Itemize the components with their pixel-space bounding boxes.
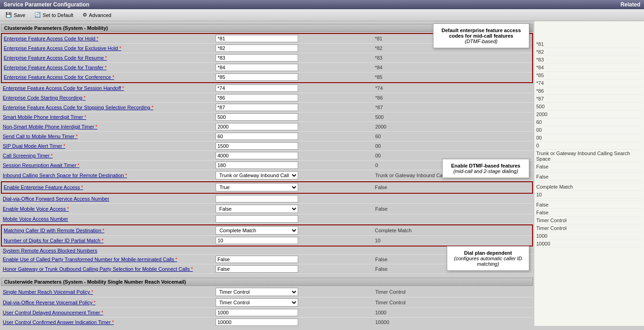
param-default: *84 — [373, 63, 532, 73]
param-label-text[interactable]: Number of Digits for Caller ID Partial M… — [4, 238, 100, 243]
default-value: *81 — [536, 40, 642, 48]
param-select[interactable]: Timer Control — [216, 298, 298, 307]
param-default: 1000 — [373, 308, 533, 318]
param-input[interactable] — [216, 123, 298, 130]
param-input[interactable] — [216, 237, 298, 244]
param-input[interactable] — [216, 319, 298, 326]
param-input[interactable] — [216, 162, 298, 169]
table-row: Smart Mobile Phone Interdigit Timer *500 — [1, 112, 533, 122]
param-input[interactable] — [216, 35, 298, 42]
param-input[interactable] — [216, 152, 298, 159]
param-default: 10 — [373, 236, 532, 246]
param-input[interactable] — [216, 54, 298, 62]
param-label-text[interactable]: Send Call to Mobile Menu Timer — [3, 134, 75, 139]
param-default: *86 — [373, 93, 533, 103]
param-input[interactable] — [216, 94, 298, 101]
required-star: * — [111, 75, 114, 80]
required-star: * — [83, 95, 86, 101]
param-label-text[interactable]: Enterprise Code Starting Recording — [3, 95, 83, 101]
default-value: 0 — [536, 142, 642, 150]
default-value: Trunk or Gateway Inbound Calling Search … — [536, 150, 642, 163]
required-star: * — [100, 310, 103, 315]
required-star: * — [124, 173, 127, 178]
param-label-text[interactable]: Call Screening Timer — [3, 153, 50, 158]
highlighted-group-3: Matching Caller ID with Remote Destinati… — [1, 224, 533, 246]
param-label-text[interactable]: User Control Confirmed Answer Indication… — [3, 319, 111, 325]
default-value: 00 — [536, 134, 642, 142]
param-input[interactable] — [216, 142, 298, 150]
callout-dial-plan: Dial plan dependent (configures automati… — [447, 246, 529, 271]
param-input[interactable] — [216, 256, 298, 263]
default-value: *85 — [536, 72, 642, 79]
param-default: False — [373, 204, 533, 214]
default-value: *83 — [536, 56, 642, 64]
table-row: Dial-via-Office Reverse Voicemail Policy… — [1, 297, 533, 308]
param-input[interactable] — [216, 265, 298, 273]
param-label-text[interactable]: SIP Dual Mode Alert Timer — [3, 143, 62, 149]
required-star: * — [100, 238, 104, 243]
param-label-text[interactable]: Matching Caller ID with Remote Destinati… — [4, 228, 101, 233]
required-star: * — [111, 320, 114, 325]
params-table-normal2: Dial-via-Office Forward Service Access N… — [1, 194, 533, 224]
param-label-text[interactable]: Enterprise Feature Access Code for Stopp… — [3, 105, 150, 110]
param-default: 2000 — [373, 122, 533, 132]
required-star: * — [75, 134, 78, 139]
param-label-text[interactable]: Single Number Reach Voicemail Policy — [3, 289, 90, 295]
param-label-text[interactable]: Enterprise Feature Access Code for Trans… — [4, 65, 104, 70]
param-input[interactable] — [216, 309, 298, 316]
set-default-button[interactable]: 🔄 Set to Default — [33, 11, 75, 19]
param-label-text[interactable]: User Control Delayed Announcement Timer — [3, 310, 100, 315]
default-value: *82 — [536, 48, 642, 56]
param-label-text[interactable]: Enable Use of Called Party Transformed N… — [3, 257, 174, 262]
param-label-text[interactable]: Non-Smart Mobile Phone Interdigit Timer — [3, 124, 94, 129]
param-label-text[interactable]: Mobile Voice Access Number — [3, 216, 68, 222]
advanced-icon: ⚙ — [83, 12, 87, 18]
default-value: False — [536, 201, 642, 209]
param-label-text[interactable]: Enable Enterprise Feature Access — [4, 185, 80, 190]
param-label-text[interactable]: Enterprise Feature Access Code for Hold — [4, 36, 95, 41]
save-button[interactable]: 💾 Save — [4, 11, 27, 19]
param-label-text[interactable]: Enterprise Feature Access Code for Sessi… — [3, 85, 121, 91]
default-value: 10 — [536, 191, 642, 199]
param-input[interactable] — [216, 64, 298, 71]
param-label-text[interactable]: Dial-via-Office Reverse Voicemail Policy — [3, 300, 92, 305]
required-star: * — [101, 228, 105, 233]
param-label-text[interactable]: Honor Gateway or Trunk Outbound Calling … — [3, 266, 190, 272]
param-link[interactable]: System Remote Access Blocked Numbers — [3, 248, 97, 253]
param-label-text[interactable]: Enterprise Feature Access Code for Confe… — [4, 74, 111, 80]
param-default — [373, 194, 533, 204]
param-label-text[interactable]: Session Resumption Await Timer — [3, 162, 77, 168]
table-row: Send Call to Mobile Menu Timer *60 — [1, 132, 533, 141]
param-select[interactable]: False — [216, 205, 298, 213]
param-input[interactable] — [216, 113, 298, 121]
required-star: * — [92, 300, 95, 305]
default-value: 500 — [536, 103, 642, 111]
param-label-text[interactable]: Enterprise Feature Access Code for Resum… — [4, 55, 104, 61]
param-label-text[interactable]: Smart Mobile Phone Interdigit Timer — [3, 114, 83, 120]
param-select[interactable]: Trunk or Gateway Inbound Calling Search … — [216, 171, 298, 179]
param-select[interactable]: Complete Match — [216, 226, 298, 235]
param-input[interactable] — [216, 195, 298, 202]
save-icon: 💾 — [6, 12, 12, 18]
param-label-text[interactable]: Dial-via-Office Forward Service Access N… — [3, 196, 109, 201]
required-star: * — [150, 105, 154, 110]
param-label-text[interactable]: Enterprise Feature Access Code for Exclu… — [4, 45, 118, 51]
param-label-text[interactable]: Inbound Calling Search Space for Remote … — [3, 173, 124, 178]
table-row: Enable Enterprise Feature Access *TrueFa… — [2, 182, 532, 193]
advanced-button[interactable]: ⚙ Advanced — [81, 11, 113, 19]
default-value: *74 — [536, 79, 642, 87]
default-value: False — [536, 173, 642, 181]
param-input[interactable] — [216, 215, 298, 223]
param-input[interactable] — [216, 133, 298, 140]
param-input[interactable] — [216, 104, 298, 111]
param-default: 60 — [373, 132, 533, 141]
param-label-text[interactable]: Enable Mobile Voice Access — [3, 206, 66, 212]
param-select[interactable]: True — [216, 183, 298, 191]
param-input[interactable] — [216, 45, 298, 52]
param-input[interactable] — [216, 84, 298, 92]
required-star: * — [80, 185, 83, 190]
param-input[interactable] — [216, 73, 298, 81]
table-row: Enterprise Feature Access Code for Resum… — [2, 53, 532, 63]
param-select[interactable]: Timer Control — [216, 288, 298, 296]
table-row: Matching Caller ID with Remote Destinati… — [2, 225, 532, 236]
